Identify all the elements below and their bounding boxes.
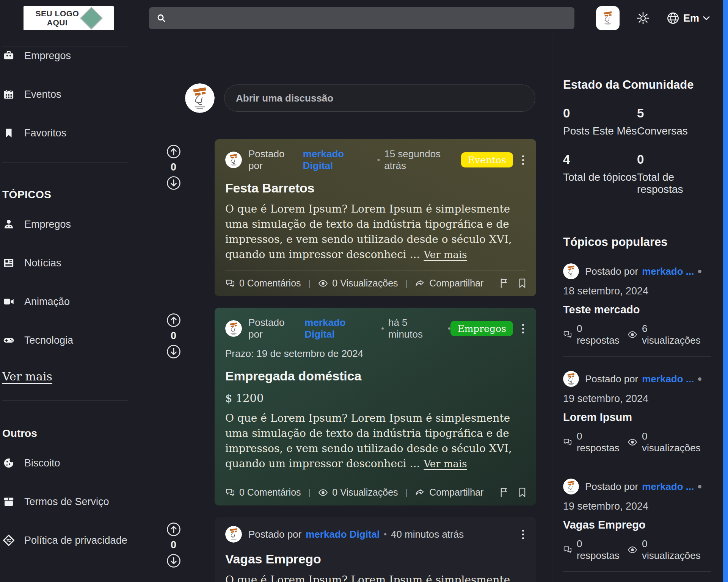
post-author-link[interactable]: merkado Digital xyxy=(304,317,377,340)
footer-separator: | xyxy=(406,278,408,288)
category-badge-eventos[interactable]: Eventos xyxy=(461,152,513,167)
post-author-avatar[interactable] xyxy=(225,152,242,168)
save-bookmark-icon[interactable] xyxy=(518,278,526,288)
popular-author-avatar xyxy=(563,263,579,279)
ver-mais-link[interactable]: Ver mais xyxy=(424,458,467,469)
popular-author-link[interactable]: merkado ... xyxy=(642,373,694,385)
stat-conversas: 5 Conversas xyxy=(637,106,711,137)
downvote-button[interactable] xyxy=(166,176,181,190)
user-avatar-button[interactable] xyxy=(596,6,620,30)
meta-dot: • xyxy=(377,155,380,165)
comments-button[interactable]: 0 Comentários xyxy=(225,487,301,498)
views-counter: 0 Visualizações xyxy=(318,278,398,289)
popular-topic-item[interactable]: Postado por merkado ... 19 setembro, 202… xyxy=(563,371,711,464)
user-avatar-icon xyxy=(598,9,617,28)
sidebar-item-politica[interactable]: Política de privacidade xyxy=(2,532,128,549)
sidebar-item-termos[interactable]: Termos de Serviço xyxy=(2,493,128,510)
sidebar-topic-animacao[interactable]: Animação xyxy=(2,293,128,310)
footer-separator: | xyxy=(309,278,311,288)
popular-author-link[interactable]: merkado ... xyxy=(642,481,694,493)
comments-button[interactable]: 0 Comentários xyxy=(225,278,301,289)
upvote-button[interactable] xyxy=(166,313,181,327)
popular-topic-item[interactable]: Postado por merkado ... 19 setembro, 202… xyxy=(563,479,711,572)
stat-total-respostas: 0 Total de respostas xyxy=(637,152,711,196)
rightbar-divider xyxy=(563,571,711,572)
comments-icon xyxy=(225,278,235,288)
briefcase-icon xyxy=(2,50,15,61)
vote-column: 0 xyxy=(132,308,215,505)
upvote-button[interactable] xyxy=(166,144,181,159)
upvote-button[interactable] xyxy=(166,522,181,537)
post-author-avatar[interactable] xyxy=(225,526,242,543)
eye-icon xyxy=(318,489,328,496)
compose-avatar xyxy=(185,83,215,113)
category-badge-empregos[interactable]: Empregos xyxy=(450,321,513,336)
post-card[interactable]: Postado por merkado Digital • 15 segundo… xyxy=(215,139,536,296)
gamepad-icon xyxy=(2,335,15,346)
popular-topics-heading: Tópicos populares xyxy=(563,235,711,249)
downvote-button[interactable] xyxy=(166,344,181,359)
post-author-avatar[interactable] xyxy=(225,320,242,337)
post-time: há 5 minutos xyxy=(388,317,444,340)
vote-count: 0 xyxy=(171,330,176,342)
popular-topic-title[interactable]: Vagas Emprego xyxy=(563,519,711,531)
sidebar-ver-mais-link[interactable]: Ver mais xyxy=(2,370,52,383)
vote-count: 0 xyxy=(171,539,176,551)
sidebar-topic-empregos[interactable]: Empregos xyxy=(2,216,128,233)
ver-mais-link[interactable]: Ver mais xyxy=(424,249,467,260)
popular-topic-title[interactable]: Lorem Ipsum xyxy=(563,411,711,424)
sidebar-topic-tecnologia[interactable]: Tecnologia xyxy=(2,332,128,349)
sidebar-item-favoritos[interactable]: Favoritos xyxy=(2,125,128,141)
post-title[interactable]: Empregada doméstica xyxy=(225,369,526,383)
community-state-heading: Estado da Comunidade xyxy=(563,78,711,92)
share-icon xyxy=(415,488,425,498)
compose-discussion-input[interactable]: Abrir uma discussão xyxy=(224,84,535,112)
post-menu-kebab[interactable] xyxy=(520,322,526,335)
post-time: 40 minutos atrás xyxy=(391,529,464,540)
theme-sun-icon[interactable] xyxy=(636,11,650,25)
search-icon xyxy=(157,13,166,23)
site-logo[interactable]: SEU LOGO AQUI xyxy=(24,6,114,30)
posted-by-label: Postado por xyxy=(585,481,638,493)
post-card[interactable]: Postado por merkado Digital • 40 minutos… xyxy=(215,517,536,582)
search-bar[interactable] xyxy=(149,7,574,29)
post-title[interactable]: Festa Barretos xyxy=(225,181,526,196)
language-selector[interactable]: Em xyxy=(667,12,710,25)
report-flag-icon[interactable] xyxy=(500,487,508,498)
page-scrollbar[interactable] xyxy=(723,0,728,582)
post-deadline: Prazo: 19 de setembro de 2024 xyxy=(225,348,526,360)
topics-heading: TÓPICOS xyxy=(2,186,128,203)
downvote-button[interactable] xyxy=(166,554,181,568)
popular-author-link[interactable]: merkado ... xyxy=(642,266,694,277)
post-time: 15 segundos atrás xyxy=(384,148,461,172)
rightbar-divider xyxy=(563,464,711,464)
bookmark-icon xyxy=(2,128,15,138)
sidebar-item-biscoito[interactable]: Biscoito xyxy=(2,455,128,471)
search-input[interactable] xyxy=(171,13,567,24)
popular-topic-title[interactable]: Teste mercado xyxy=(563,304,711,316)
save-bookmark-icon[interactable] xyxy=(518,487,526,498)
eye-icon xyxy=(628,331,637,338)
share-button[interactable]: Compartilhar xyxy=(415,278,483,289)
report-flag-icon[interactable] xyxy=(500,278,508,288)
sidebar-item-empregos[interactable]: Empregos xyxy=(2,47,128,64)
meta-dot xyxy=(698,377,701,381)
right-sidebar: Estado da Comunidade 0 Posts Este Mês 5 … xyxy=(552,36,728,582)
popular-topic-item[interactable]: Postado por merkado ... 18 setembro, 202… xyxy=(563,263,711,357)
views-counter: 0 Visualizações xyxy=(318,487,398,498)
sidebar-item-eventos[interactable]: Eventos xyxy=(2,86,128,103)
post-author-link[interactable]: merkado Digital xyxy=(303,148,373,172)
post-title[interactable]: Vagas Emprego xyxy=(225,552,526,566)
post-card[interactable]: Postado por merkado Digital • há 5 minut… xyxy=(215,308,536,505)
chevron-down-icon xyxy=(703,16,710,20)
eye-icon xyxy=(318,280,328,287)
post-menu-kebab[interactable] xyxy=(520,154,526,166)
popular-author-avatar xyxy=(563,479,579,494)
meta-dot xyxy=(698,485,701,488)
rightbar-divider xyxy=(563,356,711,357)
share-button[interactable]: Compartilhar xyxy=(415,487,483,498)
sidebar-topic-noticias[interactable]: Notícias xyxy=(2,255,128,271)
comments-icon xyxy=(225,488,235,498)
post-author-link[interactable]: merkado Digital xyxy=(306,529,380,540)
post-menu-kebab[interactable] xyxy=(520,528,526,541)
